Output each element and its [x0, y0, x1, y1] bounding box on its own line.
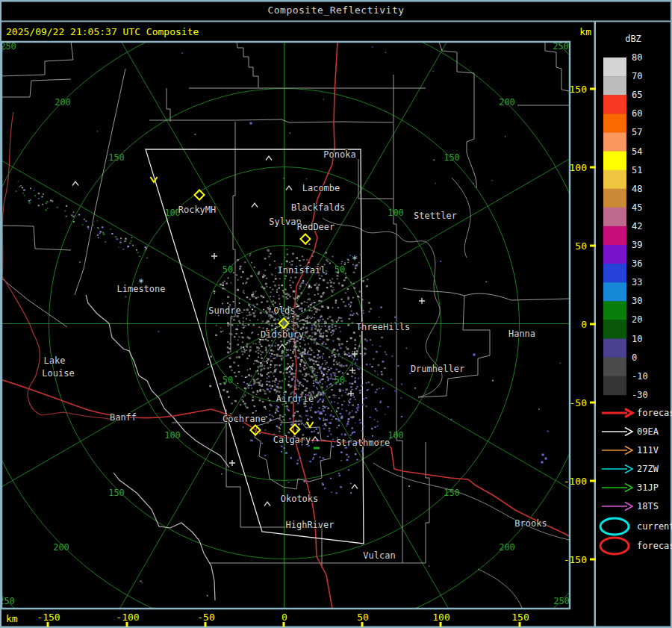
colorbar-label: 65 — [632, 90, 642, 100]
colorbar-label: 0 — [632, 352, 637, 363]
caret-marker-icon — [252, 203, 258, 208]
colorbar-band — [603, 76, 626, 96]
svg-text:200: 200 — [499, 542, 515, 553]
colorbar-band — [603, 339, 626, 358]
city-label: Olds — [274, 305, 296, 316]
colorbar-band — [603, 152, 626, 171]
colorbar-band — [603, 95, 626, 114]
right-axis-tick-label: 150 — [570, 84, 587, 95]
radar-app-window: 5050505010010010010015015015015020020020… — [0, 0, 672, 628]
track-legend-label: 27ZW — [637, 464, 659, 474]
caret-marker-icon — [72, 181, 78, 186]
colorbar-band — [603, 376, 626, 396]
cross-marker-icon — [229, 460, 235, 466]
svg-text:150: 150 — [444, 152, 460, 163]
city-label: Vulcan — [363, 550, 395, 561]
storm-ellipse-icon — [600, 518, 629, 535]
cross-marker-icon — [211, 253, 217, 259]
colorbar-label: 20 — [632, 314, 642, 325]
caret-marker-icon — [264, 502, 270, 506]
colorbar-label: 54 — [632, 146, 642, 157]
city-label: Banff — [110, 412, 137, 423]
colorbar-label: 36 — [632, 258, 642, 269]
colorbar-band — [603, 358, 626, 377]
bottom-axis-tick-label: -50 — [197, 612, 214, 623]
colorbar-band — [603, 301, 626, 320]
asterisk-marker-icon: * — [352, 253, 358, 265]
bottom-axis-tick-label: 100 — [432, 612, 449, 623]
city-label: Didsbury — [261, 329, 304, 340]
svg-text:250: 250 — [553, 596, 570, 606]
colorbar-label: 45 — [632, 202, 642, 213]
city-label: Blackfalds — [291, 202, 345, 213]
svg-text:200: 200 — [55, 97, 71, 108]
footer-unit-label: km — [6, 613, 18, 624]
city-label: Brooks — [514, 518, 547, 529]
svg-text:150: 150 — [108, 488, 125, 498]
city-label: Louise — [42, 368, 74, 379]
radar-display[interactable]: 5050505010010010010015015015015020020020… — [0, 0, 672, 628]
bottom-axis-tick-label: 150 — [511, 612, 529, 623]
svg-text:150: 150 — [108, 152, 125, 163]
track-legend: forecast09EA111V27ZW31JP18TScurrentforec… — [600, 408, 672, 554]
colorbar-title: dBZ — [596, 34, 671, 44]
city-labels: PonokaLacombeBlackfaldsSylvanRedDeerRock… — [42, 149, 547, 561]
colorbar-band — [603, 264, 626, 283]
svg-text:200: 200 — [499, 97, 515, 108]
svg-text:150: 150 — [444, 488, 460, 498]
colorbar-band — [603, 282, 626, 302]
bottom-axis: -150-100-50050100150 — [37, 612, 529, 627]
colorbar-label: 70 — [632, 71, 642, 81]
track-legend-label: 111V — [637, 445, 659, 456]
caret-marker-icon — [352, 485, 358, 489]
colorbar-band — [603, 57, 626, 77]
city-label: Innisfail — [277, 265, 326, 276]
city-label: Ponoka — [323, 149, 355, 160]
city-label: Okotoks — [281, 494, 319, 504]
colorbar-label: 10 — [632, 334, 642, 344]
colorbar-label: 30 — [632, 296, 642, 306]
city-label: Cochrane — [223, 414, 266, 424]
city-label: Stettler — [414, 211, 457, 221]
city-label: ThreeHills — [356, 322, 410, 332]
colorbar-band — [603, 320, 626, 339]
colorbar-band — [603, 226, 626, 246]
right-axis-tick-label: 50 — [575, 240, 587, 252]
track-legend-label: 18TS — [637, 501, 659, 512]
timestamp-label: 2025/09/22 21:05:37 UTC Composite — [6, 26, 199, 37]
track-legend-label: forecast — [637, 408, 672, 418]
colorbar-band — [603, 208, 626, 227]
radar-site-diamond — [301, 234, 311, 244]
colorbar-label: 51 — [632, 165, 642, 175]
caret-marker-icon — [266, 156, 272, 161]
storm-arrow-icon — [307, 422, 314, 427]
colorbar-band — [603, 132, 626, 152]
colorbar-label: 60 — [632, 108, 642, 119]
bottom-axis-tick-label: -150 — [37, 612, 60, 623]
city-label: Lake — [44, 355, 66, 366]
window-title: Composite_Reflectivity — [0, 4, 672, 16]
caret-marker-icon — [286, 186, 292, 190]
bottom-axis-tick-label: 0 — [281, 612, 287, 623]
right-axis-tick-label: 100 — [570, 162, 587, 173]
storm-legend-label: current — [637, 521, 672, 532]
storm-ellipse-icon — [600, 538, 629, 554]
svg-text:50: 50 — [335, 264, 345, 275]
svg-text:50: 50 — [223, 264, 233, 275]
colorbar-band — [603, 170, 626, 190]
track-legend-label: 09EA — [637, 426, 659, 437]
colorbar-label: 80 — [632, 52, 642, 63]
header-unit-label: km — [567, 26, 591, 37]
svg-text:50: 50 — [223, 375, 233, 385]
right-axis-tick-label: -100 — [564, 476, 587, 487]
svg-text:50: 50 — [335, 375, 345, 385]
city-label: Lacombe — [302, 183, 340, 193]
colorbar-label: -10 — [632, 371, 648, 382]
track-legend-label: 31JP — [637, 482, 659, 493]
right-axis-tick-label: -50 — [570, 397, 587, 408]
city-label: Drumheller — [411, 364, 464, 374]
cross-marker-icon — [419, 298, 425, 304]
city-label: Hanna — [508, 329, 535, 339]
colorbar-label: -30 — [632, 390, 648, 400]
svg-text:200: 200 — [53, 542, 69, 553]
